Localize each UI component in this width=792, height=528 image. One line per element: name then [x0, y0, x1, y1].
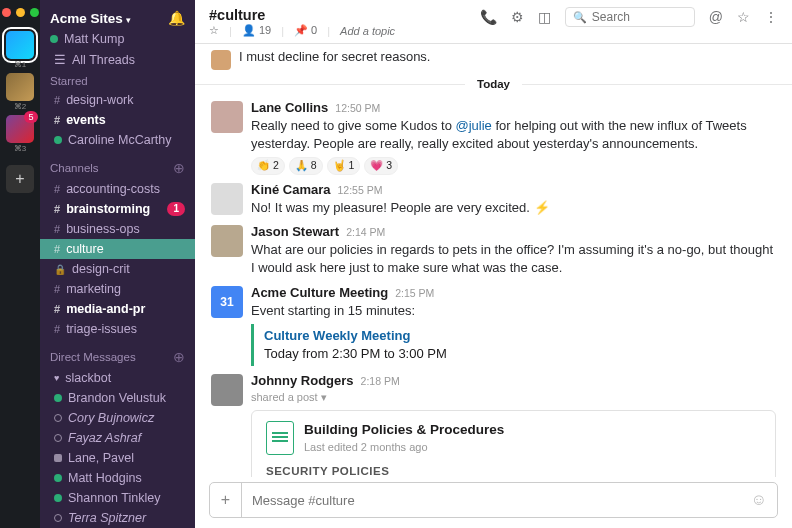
avatar — [211, 183, 243, 215]
window-controls — [2, 4, 39, 17]
message[interactable]: Lane Collins12:50 PMReally need to give … — [195, 96, 792, 178]
avatar — [211, 101, 243, 133]
sidebar-item-accounting-costs[interactable]: #accounting-costs — [40, 179, 195, 199]
message-text: No! It was my pleasure! People are very … — [251, 199, 776, 217]
sidebar-item-fayaz-ashraf[interactable]: Fayaz Ashraf — [40, 428, 195, 448]
team-switcher[interactable]: Acme Sites▾ — [50, 11, 131, 26]
avatar — [211, 50, 231, 70]
avatar — [211, 225, 243, 257]
section-starred: Starred — [40, 65, 195, 90]
add-dm-icon[interactable]: ⊕ — [173, 349, 185, 365]
workspace-tile[interactable]: ⌘1 — [6, 31, 34, 59]
add-channel-icon[interactable]: ⊕ — [173, 160, 185, 176]
add-topic[interactable]: Add a topic — [340, 25, 395, 37]
hash-icon: # — [54, 183, 60, 195]
message-input[interactable] — [242, 485, 741, 516]
message-partial[interactable]: I must decline for secret reasons. — [195, 48, 792, 72]
mentions-icon[interactable]: @ — [709, 9, 723, 25]
slackbot-icon: ♥ — [54, 373, 59, 383]
post-attachment[interactable]: Building Policies & ProceduresLast edite… — [251, 410, 776, 477]
message[interactable]: Jason Stewart2:14 PMWhat are our policie… — [195, 220, 792, 281]
attach-button[interactable]: + — [210, 483, 242, 517]
sidebar-item-culture[interactable]: #culture — [40, 239, 195, 259]
call-icon[interactable]: 📞 — [480, 9, 497, 25]
sidebar-item-brandon-velustuk[interactable]: Brandon Velustuk — [40, 388, 195, 408]
sidebar-item-terra-spitzner[interactable]: Terra Spitzner — [40, 508, 195, 528]
notifications-icon[interactable]: 🔔 — [168, 10, 185, 26]
message[interactable]: Kiné Camara12:55 PMNo! It was my pleasur… — [195, 178, 792, 220]
sender-name[interactable]: Johnny Rodgers — [251, 372, 354, 390]
settings-icon[interactable]: ⚙ — [511, 9, 524, 25]
avatar — [211, 374, 243, 406]
search-icon: 🔍 — [573, 11, 587, 24]
current-user[interactable]: Matt Kump — [40, 32, 195, 54]
maximize-window[interactable] — [30, 8, 39, 17]
attachment[interactable]: Culture Weekly MeetingToday from 2:30 PM… — [251, 324, 776, 366]
hash-icon: # — [54, 203, 60, 215]
message[interactable]: Johnny Rodgers2:18 PMshared a post ▾Buil… — [195, 369, 792, 477]
workspace-tile[interactable]: ⌘35 — [6, 115, 34, 143]
sidebar-item-design-crit[interactable]: 🔒design-crit — [40, 259, 195, 279]
sidebar-item-caroline-mccarthy[interactable]: Caroline McCarthy — [40, 130, 195, 150]
sender-name[interactable]: Lane Collins — [251, 99, 328, 117]
sidebar-item-events[interactable]: #events — [40, 110, 195, 130]
sidebar-item-triage-issues[interactable]: #triage-issues — [40, 319, 195, 339]
pin-count[interactable]: 📌 0 — [294, 24, 317, 37]
group-dm-icon — [54, 454, 62, 462]
document-icon — [266, 421, 294, 455]
member-count[interactable]: 👤 19 — [242, 24, 271, 37]
message-text: Really need to give some Kudos to @julie… — [251, 117, 776, 153]
calendar-icon: 31 — [211, 286, 243, 318]
sidebar-item-media-and-pr[interactable]: #media-and-pr — [40, 299, 195, 319]
mention[interactable]: @julie — [456, 118, 492, 133]
sidebar-item-lane-pavel[interactable]: Lane, Pavel — [40, 448, 195, 468]
reaction[interactable]: 🙏 8 — [289, 157, 323, 175]
add-workspace-button[interactable]: + — [6, 165, 34, 193]
presence-indicator — [54, 136, 62, 144]
all-threads[interactable]: ☰ All Threads — [40, 54, 195, 65]
sidebar: Acme Sites▾ 🔔 Matt Kump ☰ All Threads St… — [40, 0, 195, 528]
presence-indicator — [54, 394, 62, 402]
close-window[interactable] — [2, 8, 11, 17]
sidebar-item-shannon-tinkley[interactable]: Shannon Tinkley — [40, 488, 195, 508]
reaction[interactable]: 👏 2 — [251, 157, 285, 175]
sidebar-item-cory-bujnowicz[interactable]: Cory Bujnowicz — [40, 408, 195, 428]
more-icon[interactable]: ⋮ — [764, 9, 778, 25]
star-icon[interactable]: ☆ — [209, 24, 219, 37]
message[interactable]: 31Acme Culture Meeting2:15 PMEvent start… — [195, 281, 792, 370]
hash-icon: # — [54, 114, 60, 126]
section-dms: Direct Messages ⊕ — [40, 339, 195, 368]
sender-name[interactable]: Acme Culture Meeting — [251, 284, 388, 302]
sidebar-item-marketing[interactable]: #marketing — [40, 279, 195, 299]
presence-indicator — [54, 434, 62, 442]
minimize-window[interactable] — [16, 8, 25, 17]
sidebar-item-slackbot[interactable]: ♥slackbot — [40, 368, 195, 388]
workspace-switcher: ⌘1⌘2⌘35 + — [0, 0, 40, 528]
reaction[interactable]: 💗 3 — [364, 157, 398, 175]
hash-icon: # — [54, 323, 60, 335]
channel-name: #culture — [209, 7, 468, 23]
emoji-button[interactable]: ☺ — [741, 491, 777, 509]
reaction[interactable]: 🤘 1 — [327, 157, 361, 175]
shared-indicator: shared a post ▾ — [251, 390, 776, 405]
message-list: I must decline for secret reasons. Today… — [195, 44, 792, 477]
star-items-icon[interactable]: ☆ — [737, 9, 750, 25]
presence-indicator — [54, 494, 62, 502]
details-icon[interactable]: ◫ — [538, 9, 551, 25]
sidebar-item-business-ops[interactable]: #business-ops — [40, 219, 195, 239]
search-input[interactable] — [592, 10, 687, 24]
presence-indicator — [54, 514, 62, 522]
search-box[interactable]: 🔍 — [565, 7, 695, 27]
sidebar-item-matt-hodgins[interactable]: Matt Hodgins — [40, 468, 195, 488]
message-text: Event starting in 15 minutes: — [251, 302, 776, 320]
main-panel: #culture ☆ | 👤 19 | 📌 0 | Add a topic 📞 … — [195, 0, 792, 528]
channel-header: #culture ☆ | 👤 19 | 📌 0 | Add a topic 📞 … — [195, 0, 792, 44]
threads-icon: ☰ — [54, 54, 66, 65]
presence-indicator — [54, 474, 62, 482]
lock-icon: 🔒 — [54, 264, 66, 275]
sender-name[interactable]: Kiné Camara — [251, 181, 330, 199]
sidebar-item-design-work[interactable]: #design-work — [40, 90, 195, 110]
workspace-tile[interactable]: ⌘2 — [6, 73, 34, 101]
sender-name[interactable]: Jason Stewart — [251, 223, 339, 241]
sidebar-item-brainstorming[interactable]: #brainstorming1 — [40, 199, 195, 219]
